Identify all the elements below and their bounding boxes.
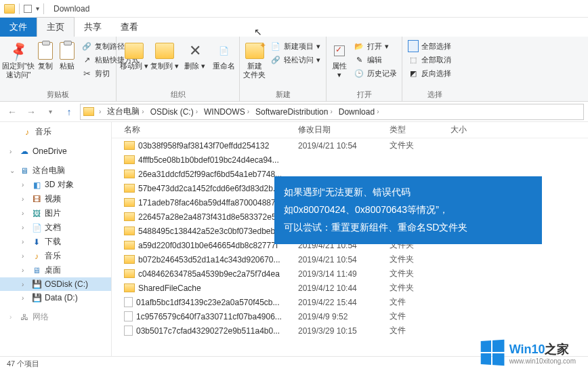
edit-button[interactable]: ✎编辑 — [351, 54, 400, 66]
copyto-button[interactable]: 复制到 ▾ — [150, 39, 179, 71]
nav-video[interactable]: ›🎞视频 — [0, 192, 111, 206]
selectinvert-icon: ◩ — [408, 68, 419, 79]
col-type[interactable]: 类型 — [390, 124, 450, 136]
nav-osdisk-label: OSDisk (C:) — [45, 279, 88, 289]
expand-icon[interactable]: › — [9, 148, 16, 155]
expand-icon[interactable]: › — [22, 224, 28, 231]
crumb-sd[interactable]: SoftwareDistribution› — [254, 107, 336, 117]
tab-share[interactable]: 共享 — [75, 18, 111, 37]
list-item[interactable]: b072b246453d52d1a14c343d920670...2019/4/… — [112, 252, 588, 267]
expand-icon[interactable]: › — [22, 195, 28, 203]
newfolder-button[interactable]: ✦新建 文件夹 — [243, 39, 266, 79]
nav-music[interactable]: ♪音乐 — [0, 125, 111, 139]
group-organize-label: 组织 — [119, 88, 236, 100]
nav-network-label: 网络 — [33, 311, 49, 323]
col-date[interactable]: 修改日期 — [298, 124, 390, 136]
moveto-label: 移动到 — [120, 62, 142, 70]
delete-button[interactable]: ✕删除 ▾ — [180, 39, 209, 71]
nav-onedrive[interactable]: ›☁OneDrive — [0, 144, 111, 158]
file-name: 4fffb5ce08b1b0bdef019bc24d4eca94... — [138, 155, 279, 165]
expand-icon[interactable]: › — [9, 313, 16, 321]
crumb-c[interactable]: OSDisk (C:)› — [149, 107, 201, 117]
selectinvert-button[interactable]: ◩反向选择 — [405, 67, 454, 79]
nav-recent-button[interactable]: ▾ — [42, 104, 58, 120]
moveto-icon — [125, 43, 144, 59]
rename-button[interactable]: 📄重命名 — [211, 39, 236, 71]
tip-line1: 如果遇到“无法更新、错误代码 — [284, 183, 532, 201]
folder-icon — [124, 269, 135, 278]
history-button[interactable]: 🕒历史记录 — [351, 67, 400, 79]
nav-thispc[interactable]: ⌄🖥这台电脑 — [0, 163, 111, 178]
nav-data-label: Data (D:) — [45, 293, 78, 302]
copyto-icon — [155, 43, 174, 59]
nav-data[interactable]: ›💾Data (D:) — [0, 291, 111, 305]
selectall-icon — [408, 41, 419, 52]
expand-icon[interactable]: › — [22, 238, 28, 246]
tab-home[interactable]: 主页 — [37, 17, 75, 37]
col-name[interactable]: 名称 — [112, 124, 298, 136]
expand-icon[interactable]: › — [22, 252, 28, 260]
nav-network[interactable]: ›🖧网络 — [0, 310, 111, 324]
file-name: SharedFileCache — [138, 283, 201, 293]
address-bar[interactable]: › 这台电脑› OSDisk (C:)› WINDOWS› SoftwareDi… — [80, 104, 584, 120]
list-header[interactable]: 名称 修改日期 类型 大小 — [112, 122, 588, 138]
status-count: 47 个项目 — [7, 359, 39, 369]
file-name: 226457a28e2a4873f431d8e583372e5... — [138, 212, 283, 222]
expand-icon[interactable]: › — [22, 294, 28, 302]
qat-props-icon[interactable] — [24, 5, 32, 13]
nav-3d[interactable]: ›◧3D 对象 — [0, 178, 111, 192]
history-icon: 🕒 — [354, 68, 364, 79]
nav-music2[interactable]: ›♪音乐 — [0, 249, 111, 263]
selectnone-button[interactable]: ⬚全部取消 — [405, 54, 454, 66]
nav-documents[interactable]: ›📄文档 — [0, 220, 111, 235]
qat-dropdown-icon[interactable]: ▾ — [36, 5, 39, 12]
crumb-win[interactable]: WINDOWS› — [203, 107, 253, 117]
crumb-pc[interactable]: 这台电脑› — [106, 106, 147, 117]
nav-forward-button[interactable]: → — [23, 104, 39, 120]
file-type: 文件夹 — [390, 282, 450, 294]
list-item[interactable]: 03b5017c7cfad43290272e9b511a4b0...2019/3… — [112, 323, 588, 338]
easyaccess-button[interactable]: 🔗轻松访问 ▾ — [268, 54, 323, 66]
nav-back-button[interactable]: ← — [4, 104, 20, 120]
rename-label: 重命名 — [213, 62, 235, 71]
open-button[interactable]: 📂打开 ▾ — [351, 40, 400, 52]
check-icon: ✓ — [334, 45, 345, 56]
list-item[interactable]: 1c9576579c640f7a330711cf07ba4906...2019/… — [112, 309, 588, 323]
nav-tree[interactable]: ♪音乐 ›☁OneDrive ⌄🖥这台电脑 ›◧3D 对象 ›🎞视频 ›🖼图片 … — [0, 122, 112, 356]
list-item[interactable]: SharedFileCache2019/4/12 10:44文件夹 — [112, 281, 588, 295]
paste-button[interactable]: 粘贴 — [57, 39, 77, 71]
file-date: 2019/4/22 15:44 — [298, 298, 390, 307]
folder-icon — [124, 255, 135, 264]
expand-icon[interactable]: › — [22, 181, 28, 189]
file-name: 57be473dd2ca1452fcdd6e6f3d83d2b... — [138, 184, 280, 193]
tip-line2: 如0x80070424、0x80070643等情况”， — [284, 201, 532, 218]
crumb-dl[interactable]: Download› — [337, 107, 383, 117]
nav-osdisk[interactable]: ›💾OSDisk (C:) — [0, 277, 111, 291]
expand-icon[interactable]: › — [22, 267, 28, 274]
expand-icon[interactable]: ⌄ — [9, 167, 16, 174]
newitem-button[interactable]: 📄新建项目 ▾ — [268, 40, 323, 52]
expand-icon[interactable]: › — [22, 210, 28, 217]
file-date: 2019/3/14 11:49 — [298, 269, 390, 279]
list-item[interactable]: 4fffb5ce08b1b0bdef019bc24d4eca94... — [112, 153, 588, 167]
list-item[interactable]: c048462634785a4539b9ec2a75f7d4ea2019/3/1… — [112, 267, 588, 281]
moveto-button[interactable]: 移动到 ▾ — [119, 39, 148, 71]
nav-desktop[interactable]: ›🖥桌面 — [0, 263, 111, 277]
expand-icon[interactable]: › — [22, 281, 28, 288]
folder-icon — [124, 198, 135, 207]
list-item[interactable]: 01afb5bc1df34139c23e2a0a570f45cb...2019/… — [112, 295, 588, 309]
copy-button[interactable]: 复制 — [35, 39, 56, 71]
selectall-button[interactable]: 全部选择 — [405, 40, 454, 52]
tab-view[interactable]: 查看 — [111, 18, 148, 37]
crumb-sep[interactable]: › — [96, 108, 104, 115]
nav-up-button[interactable]: ↑ — [61, 104, 77, 120]
properties-button[interactable]: ✓属性 ▾ — [329, 39, 350, 79]
tab-file[interactable]: 文件 — [0, 18, 37, 37]
nav-downloads[interactable]: ›⬇下载 — [0, 235, 111, 249]
pin-quickaccess-button[interactable]: 📌 固定到"快 速访问" — [3, 39, 34, 79]
list-item[interactable]: 03b38f958f9af38143f70effdd2541322019/4/2… — [112, 138, 588, 153]
col-size[interactable]: 大小 — [450, 124, 505, 136]
nav-pictures[interactable]: ›🖼图片 — [0, 206, 111, 220]
copy-icon — [38, 42, 53, 60]
file-name: a59d220f0d301b0e646654db8c82777f — [138, 241, 278, 250]
